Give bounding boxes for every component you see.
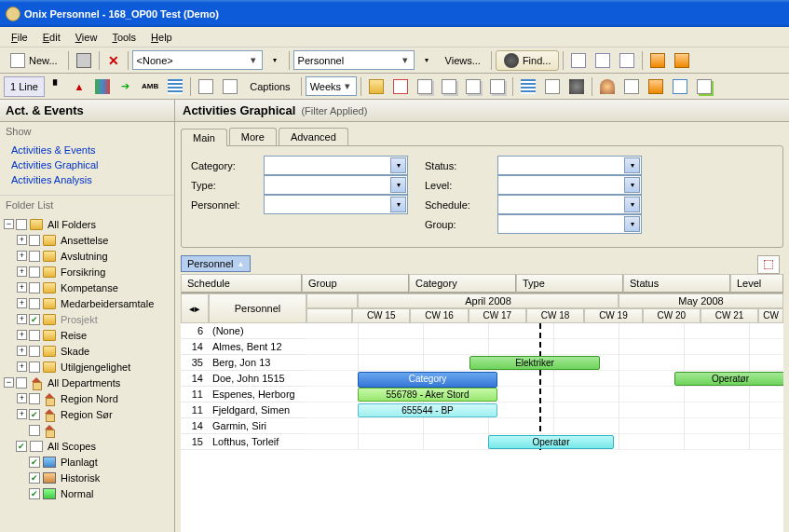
- layout-btn-3[interactable]: [616, 50, 638, 71]
- bar-aker[interactable]: 556789 - Aker Stord: [358, 388, 497, 402]
- combo-category[interactable]: ▾: [264, 156, 408, 175]
- person-row[interactable]: 6(None): [181, 323, 306, 339]
- bar-bp[interactable]: 655544 - BP: [358, 403, 497, 417]
- scope-0[interactable]: Planlagt: [59, 457, 100, 468]
- tb2-i11[interactable]: [620, 76, 643, 97]
- one-line-button[interactable]: 1 Line: [4, 76, 45, 97]
- menu-file[interactable]: File: [4, 28, 35, 47]
- link-activities-analysis[interactable]: Activities Analysis: [11, 172, 169, 187]
- print-button[interactable]: [73, 50, 95, 71]
- check-folder-2[interactable]: [29, 266, 40, 278]
- tb2-i4[interactable]: [438, 76, 460, 97]
- scope-1[interactable]: Historisk: [59, 472, 102, 484]
- toggle-folder-2[interactable]: +: [17, 266, 27, 277]
- check-all-folders[interactable]: [16, 219, 27, 230]
- dept-0[interactable]: Region Nord: [59, 393, 120, 404]
- views-button[interactable]: Views...: [439, 50, 487, 71]
- toggle-folder-7[interactable]: +: [17, 346, 27, 356]
- person-row[interactable]: 15Lofthus, Torleif: [181, 434, 306, 450]
- filter-combo-2[interactable]: Personnel▾: [293, 50, 415, 70]
- folder-2[interactable]: Forsikring: [59, 266, 107, 278]
- menu-edit[interactable]: Edit: [35, 28, 68, 47]
- check-dept-1[interactable]: ✔: [29, 409, 40, 420]
- person-row[interactable]: 14Garmin, Siri: [181, 418, 306, 434]
- person-row[interactable]: 11Fjeldgard, Simen: [181, 402, 306, 418]
- combo-personnel[interactable]: ▾: [264, 195, 408, 214]
- person-row[interactable]: 14Doe, John 1515: [181, 371, 306, 387]
- tab-main[interactable]: Main: [181, 129, 227, 146]
- combo1-dropdown-extra[interactable]: ▾: [265, 50, 285, 71]
- check-folder-5[interactable]: ✔: [29, 314, 40, 325]
- tb2-btn-flag[interactable]: ▘: [47, 76, 67, 97]
- tb2-btn-chart[interactable]: [91, 76, 114, 97]
- check-folder-8[interactable]: [29, 361, 40, 373]
- find-button[interactable]: Find...: [496, 50, 560, 71]
- tb2-btn-arrow[interactable]: ➔: [116, 76, 136, 97]
- check-all-scopes[interactable]: ✔: [16, 441, 27, 452]
- col-level[interactable]: Level: [730, 274, 783, 293]
- check-folder-6[interactable]: [29, 330, 40, 341]
- captions-button[interactable]: Captions: [243, 76, 296, 97]
- combo-group[interactable]: ▾: [497, 214, 642, 234]
- tb2-btn-up[interactable]: ▲: [69, 76, 89, 97]
- tb2-i9[interactable]: [565, 76, 588, 97]
- toggle-folder-1[interactable]: +: [17, 251, 27, 261]
- week-header[interactable]: CW: [758, 308, 783, 323]
- col-group[interactable]: Group: [302, 274, 409, 293]
- tb2-i1[interactable]: [365, 76, 388, 97]
- bar-category-header[interactable]: Category: [358, 372, 497, 388]
- personnel-header[interactable]: Personnel: [209, 293, 306, 323]
- col-category[interactable]: Category: [409, 274, 516, 293]
- tb2-btn-list[interactable]: [164, 76, 186, 97]
- tb2-i2[interactable]: [389, 76, 412, 97]
- check-scope-0[interactable]: ✔: [29, 457, 40, 468]
- person-row[interactable]: 11Espenes, Herborg: [181, 387, 306, 402]
- weeks-combo[interactable]: Weeks▾: [306, 76, 357, 96]
- bar-operator-1[interactable]: Operatør: [674, 372, 783, 386]
- delete-button[interactable]: ✕: [103, 50, 124, 71]
- combo-status[interactable]: ▾: [497, 156, 642, 175]
- group-badge[interactable]: Personnel▲: [181, 255, 251, 272]
- folder-5[interactable]: Prosjekt: [59, 314, 100, 325]
- tb2-i13[interactable]: [669, 76, 691, 97]
- tab-more[interactable]: More: [229, 128, 277, 145]
- tb2-i7[interactable]: [517, 76, 539, 97]
- scroll-arrows[interactable]: ◂▸: [181, 293, 209, 323]
- week-header[interactable]: CW 18: [526, 308, 584, 323]
- tb2-i8[interactable]: [541, 76, 564, 97]
- combo-schedule[interactable]: ▾: [497, 195, 642, 214]
- col-schedule[interactable]: Schedule: [181, 274, 302, 293]
- bar-elektriker[interactable]: Elektriker: [469, 356, 600, 370]
- week-header[interactable]: CW 17: [469, 308, 526, 323]
- folder-6[interactable]: Reise: [59, 330, 88, 341]
- toggle-all-folders[interactable]: −: [4, 219, 14, 229]
- check-all-depts[interactable]: [16, 377, 27, 389]
- check-folder-3[interactable]: [29, 282, 40, 293]
- toggle-folder-6[interactable]: +: [17, 330, 27, 340]
- toggle-dept-0[interactable]: +: [17, 393, 27, 403]
- menu-help[interactable]: Help: [143, 28, 180, 47]
- scope-2[interactable]: Normal: [59, 488, 95, 499]
- tb2-btn-cal1[interactable]: [195, 76, 217, 97]
- toggle-folder-3[interactable]: +: [17, 282, 27, 293]
- week-header[interactable]: CW 21: [701, 308, 758, 323]
- combo-type[interactable]: ▾: [264, 175, 408, 195]
- check-scope-1[interactable]: ✔: [29, 472, 40, 484]
- toggle-folder-5[interactable]: +: [17, 314, 27, 324]
- tab-advanced[interactable]: Advanced: [279, 128, 348, 145]
- toggle-folder-0[interactable]: +: [17, 235, 27, 245]
- menu-tools[interactable]: Tools: [104, 28, 143, 47]
- week-header[interactable]: CW 19: [584, 308, 642, 323]
- toggle-all-depts[interactable]: −: [4, 377, 14, 388]
- node-all-folders[interactable]: All Folders: [46, 219, 98, 230]
- folder-4[interactable]: Medarbeidersamtale: [59, 298, 156, 309]
- folder-8[interactable]: Utilgjengelighet: [59, 361, 132, 373]
- folder-7[interactable]: Skade: [59, 346, 91, 357]
- check-dept-2[interactable]: [29, 425, 40, 436]
- filter-combo-1[interactable]: <None>▾: [132, 50, 263, 70]
- layout-btn-4[interactable]: [646, 50, 669, 71]
- layout-btn-1[interactable]: [567, 50, 590, 71]
- toggle-folder-4[interactable]: +: [17, 298, 27, 308]
- tb2-i3[interactable]: [414, 76, 436, 97]
- node-all-departments[interactable]: All Departments: [46, 377, 122, 389]
